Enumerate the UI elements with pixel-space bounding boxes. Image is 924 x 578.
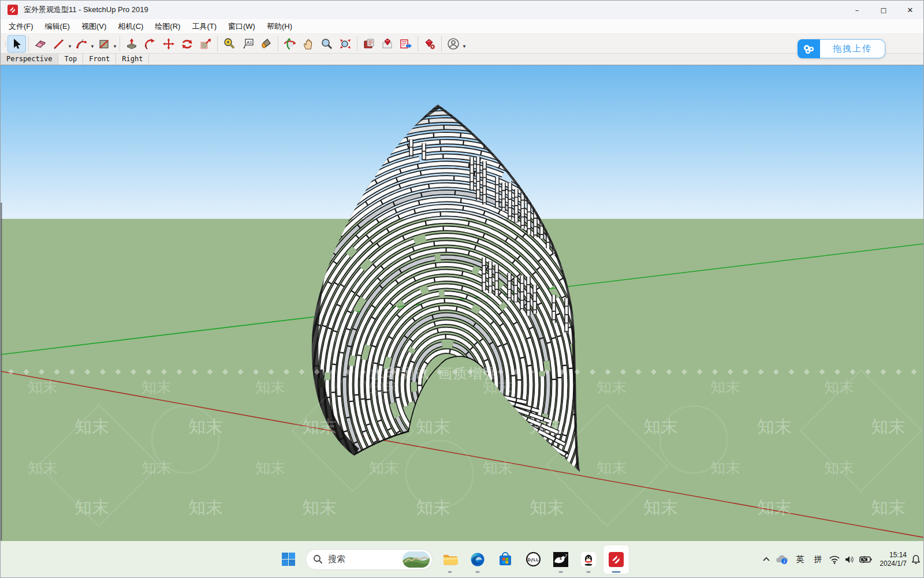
tray-chevron-icon[interactable] (762, 555, 771, 564)
menu-item-6[interactable]: 窗口(W) (222, 20, 261, 33)
scene-tab-top[interactable]: Top (58, 54, 83, 65)
rectangle-icon (97, 37, 111, 51)
running-indicator (587, 571, 591, 573)
menu-item-4[interactable]: 绘图(R) (149, 20, 186, 33)
menu-item-5[interactable]: 工具(T) (186, 20, 222, 33)
menu-item-0[interactable]: 文件(F) (3, 20, 39, 33)
svg-text:知末: 知末 (302, 498, 337, 517)
push-pull-tool-button[interactable] (122, 35, 141, 53)
account-dropdown-arrow[interactable]: ▼ (462, 44, 467, 49)
pan-tool-button[interactable] (299, 35, 318, 53)
orbit-tool-button[interactable] (281, 35, 299, 53)
select-tool-button[interactable] (8, 35, 26, 53)
rectangle-tool-button[interactable] (95, 35, 113, 53)
svg-text:知末: 知末 (824, 378, 854, 396)
plugin-gem-tool-button[interactable] (378, 35, 397, 53)
taskbar-app-dell[interactable]: DƒLL (520, 545, 546, 574)
volume-icon[interactable] (844, 555, 855, 564)
zoom-extents-tool-button[interactable] (336, 35, 355, 53)
svg-text:知末: 知末 (74, 498, 109, 517)
running-indicator (612, 571, 621, 573)
text-tool-button[interactable]: A1 (239, 35, 257, 53)
menu-bar: 文件(F)编辑(E)视图(V)相机(C)绘图(R)工具(T)窗口(W)帮助(H) (1, 19, 923, 34)
toolbar-drag-handle[interactable]: ⋮⋮ (3, 42, 6, 46)
taskbar-app-rhino-7[interactable]: 7 (548, 545, 573, 574)
eraser-tool-button[interactable] (31, 35, 50, 53)
viewport-3d[interactable]: 水印测试画质增强知末知末知末知末知末知末知末知末知末知末知末知末知末知末知末知末… (1, 65, 924, 578)
paint-bucket-tool-button[interactable] (257, 35, 275, 53)
line-tool-button[interactable] (50, 35, 68, 53)
rectangle-dropdown-arrow[interactable]: ▼ (113, 44, 117, 49)
svg-text:知末: 知末 (369, 459, 399, 476)
gem-settings-icon (423, 37, 437, 51)
scene-tab-front[interactable]: Front (83, 54, 116, 65)
paint-bucket-icon (259, 37, 273, 51)
windows-taskbar: 搜索 DƒLL7 i英拼15:142024/1/7 (1, 541, 924, 577)
taskbar-app-qq[interactable] (576, 545, 601, 574)
arc-dropdown-arrow[interactable]: ▼ (90, 44, 95, 49)
arc-tool-button[interactable] (72, 35, 91, 53)
baidu-upload-widget[interactable]: 拖拽上传 (798, 39, 885, 58)
gem-settings-tool-button[interactable] (420, 35, 439, 53)
zoom-tool-button[interactable] (318, 35, 336, 53)
move-tool-button[interactable] (159, 35, 178, 53)
plugin-export-tool-button[interactable] (397, 35, 415, 53)
follow-me-tool-button[interactable] (141, 35, 159, 53)
scale-icon (199, 37, 213, 51)
svg-text:知末: 知末 (416, 417, 450, 436)
menu-item-2[interactable]: 视图(V) (76, 20, 112, 33)
close-button[interactable]: ✕ (897, 1, 923, 19)
tape-measure-icon (222, 37, 236, 51)
scene-tab-perspective[interactable]: Perspective (1, 54, 58, 65)
svg-text:知末: 知末 (757, 417, 792, 436)
minimize-button[interactable]: – (844, 1, 870, 19)
menu-item-7[interactable]: 帮助(H) (261, 20, 298, 33)
push-pull-icon (125, 37, 139, 51)
wifi-icon[interactable] (829, 555, 840, 564)
rotate-icon (180, 37, 194, 51)
onedrive-cloud-icon[interactable]: i (775, 554, 789, 565)
orbit-icon (283, 37, 297, 51)
sketchup-logo-icon (8, 5, 18, 15)
svg-text:知末: 知末 (643, 498, 678, 517)
svg-text:知末: 知末 (871, 417, 906, 436)
menu-item-3[interactable]: 相机(C) (112, 20, 149, 33)
line-dropdown-arrow[interactable]: ▼ (68, 44, 72, 49)
tape-measure-tool-button[interactable] (220, 35, 239, 53)
running-indicator (559, 571, 563, 573)
toolbar-separator (28, 36, 29, 51)
toolbar-separator (278, 36, 278, 51)
clock-time: 15:14 (880, 551, 907, 560)
taskbar-clock[interactable]: 15:142024/1/7 (880, 551, 907, 568)
taskbar-app-sketchup[interactable] (603, 545, 629, 574)
rotate-tool-button[interactable] (178, 35, 196, 53)
scene-tab-right[interactable]: Right (116, 54, 149, 65)
menu-item-1[interactable]: 编辑(E) (39, 20, 76, 33)
arc-icon (74, 37, 88, 51)
running-indicator (476, 571, 480, 573)
svg-text:知末: 知末 (757, 498, 792, 517)
title-bar: 室外景观造型11 - SketchUp Pro 2019 – ◻ ✕ (1, 1, 923, 19)
ime-english-indicator[interactable]: 英 (793, 554, 807, 565)
svg-text:知末: 知末 (483, 378, 513, 396)
taskbar-app-microsoft-store[interactable] (493, 545, 518, 574)
search-box[interactable]: 搜索 (305, 549, 433, 570)
ime-pinyin-indicator[interactable]: 拼 (811, 554, 825, 565)
taskbar-app-edge[interactable] (465, 545, 490, 574)
start-button[interactable] (275, 545, 301, 574)
maximize-button[interactable]: ◻ (870, 1, 897, 19)
battery-icon[interactable] (859, 555, 872, 564)
running-indicator (448, 571, 452, 573)
svg-text:知末: 知末 (141, 459, 172, 476)
svg-text:知末: 知末 (530, 417, 564, 436)
svg-text:7: 7 (565, 553, 568, 558)
svg-text:知末: 知末 (28, 459, 58, 476)
plugin-components-tool-button[interactable] (360, 35, 378, 53)
taskbar-app-file-explorer[interactable] (437, 545, 463, 574)
notifications-bell-icon[interactable] (911, 554, 921, 565)
toolbar-separator (120, 36, 120, 51)
account-tool-button[interactable] (444, 35, 463, 53)
svg-text:知末: 知末 (710, 378, 740, 396)
search-highlight-image[interactable] (403, 551, 430, 568)
scale-tool-button[interactable] (196, 35, 215, 53)
